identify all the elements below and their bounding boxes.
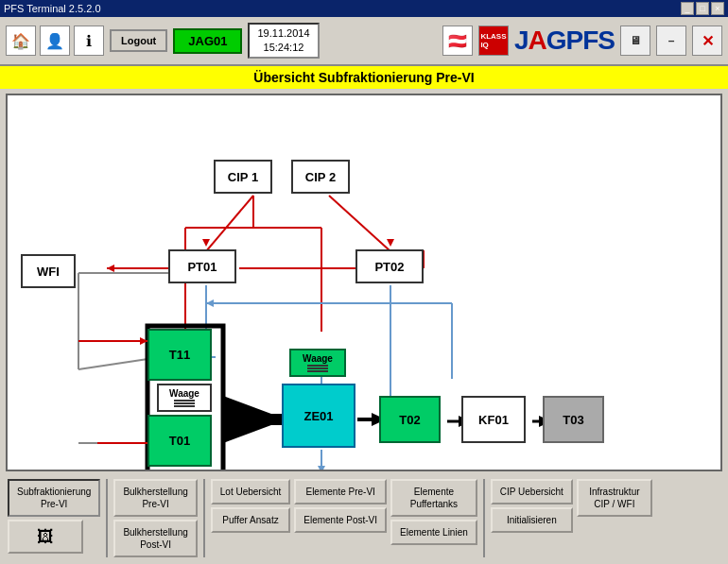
- t03-box[interactable]: T03: [543, 396, 604, 443]
- waage2-label: Waage: [303, 353, 333, 364]
- close-button[interactable]: ×: [711, 2, 724, 15]
- info-icon[interactable]: ℹ: [74, 26, 104, 56]
- date-display: 19.11.2014: [257, 26, 309, 41]
- ze01-box[interactable]: ZE01: [282, 384, 355, 448]
- initialisieren-button[interactable]: Initialisieren: [491, 507, 573, 533]
- logout-button[interactable]: Logout: [110, 29, 167, 52]
- minimize-button[interactable]: _: [681, 2, 694, 15]
- nav-image-icon: 🖼: [37, 527, 54, 547]
- home-icon[interactable]: 🏠: [6, 26, 36, 56]
- elemente-post-vi-button[interactable]: Elemente Post-VI: [294, 507, 387, 533]
- svg-marker-33: [107, 265, 114, 272]
- cip1-box[interactable]: CIP 1: [214, 160, 272, 194]
- puffer-ansatz-button[interactable]: Puffer Ansatz: [211, 507, 290, 533]
- elemente-linien-button[interactable]: Elemente Linien: [390, 520, 477, 545]
- elemente-pre-vi-button[interactable]: Elemente Pre-VI: [294, 479, 387, 504]
- lot-uebersicht-button[interactable]: Lot Uebersicht: [211, 479, 290, 504]
- t11-box[interactable]: T11: [147, 329, 212, 381]
- infrastruktur-cip-wfi-button[interactable]: Infrastruktur CIP / WFI: [577, 479, 652, 517]
- header-bar: 🏠 👤 ℹ Logout JAG01 19.11.2014 15:24:12 🇦…: [0, 17, 728, 66]
- datetime-box: 19.11.2014 15:24:12: [248, 23, 319, 60]
- bulkherstellung-pre-vi-button[interactable]: Bulkherstellung Pre-VI: [113, 479, 197, 517]
- nav-col-2: Bulkherstellung Pre-VI Bulkherstellung P…: [113, 479, 197, 557]
- settings-icon[interactable]: –: [656, 26, 686, 56]
- separator-3: [483, 479, 485, 557]
- wfi-box[interactable]: WFI: [21, 254, 76, 288]
- user-icon[interactable]: 👤: [40, 26, 70, 56]
- time-display: 15:24:12: [257, 41, 309, 55]
- waage2-box[interactable]: Waage: [289, 349, 346, 377]
- pt02-box[interactable]: PT02: [355, 249, 424, 283]
- page-title: Übersicht Subfraktionierung Pre-VI: [0, 66, 728, 90]
- svg-marker-31: [206, 299, 214, 307]
- exit-icon[interactable]: ✕: [692, 26, 722, 56]
- brand-icon: KLASSIQ: [478, 26, 509, 56]
- diagram-area: CIP 1 CIP 2 WFI PT01 PT02 T11 T01 Waage …: [6, 94, 722, 471]
- pt14-box[interactable]: PT14: [289, 470, 357, 471]
- monitor-icon[interactable]: 🖥: [620, 26, 650, 56]
- nav-col-4: Elemente Pre-VI Elemente Post-VI: [294, 479, 387, 533]
- nav-col-3: Lot Uebersicht Puffer Ansatz: [211, 479, 290, 533]
- window-controls[interactable]: _ □ ×: [681, 2, 724, 15]
- svg-marker-18: [223, 396, 286, 443]
- t02-box[interactable]: T02: [379, 396, 441, 443]
- bulkherstellung-post-vi-button[interactable]: Bulkherstellung Post-VI: [113, 520, 197, 557]
- logos: 🇦🇹 KLASSIQ JAGPFS 🖥 – ✕: [442, 26, 722, 56]
- separator-2: [203, 479, 205, 557]
- nav-col-6: CIP Uebersicht Initialisieren: [491, 479, 573, 533]
- station-badge: JAG01: [173, 28, 242, 54]
- svg-marker-15: [202, 239, 210, 247]
- svg-marker-27: [318, 466, 325, 470]
- kf01-box[interactable]: KF01: [461, 396, 526, 443]
- nav-col-5: Elemente Puffertanks Elemente Linien: [390, 479, 477, 545]
- waage1-label: Waage: [169, 388, 199, 399]
- title-bar: PFS Terminal 2.5.2.0 _ □ ×: [0, 0, 728, 17]
- bottom-nav: Subfraktionierung Pre-VI 🖼 Bulkherstellu…: [6, 475, 722, 561]
- waage2-lines: [307, 365, 328, 372]
- waage1-box[interactable]: Waage: [157, 384, 212, 412]
- nav-col-1: Subfraktionierung Pre-VI 🖼: [8, 479, 100, 554]
- pt01-box[interactable]: PT01: [168, 249, 236, 283]
- svg-line-0: [206, 196, 253, 251]
- jag-logo: JAGPFS: [514, 26, 615, 56]
- elemente-puffertanks-button[interactable]: Elemente Puffertanks: [390, 479, 477, 517]
- svg-marker-39: [140, 337, 147, 345]
- svg-marker-16: [387, 239, 394, 247]
- maximize-button[interactable]: □: [696, 2, 709, 15]
- nav-col-7: Infrastruktur CIP / WFI: [577, 479, 652, 517]
- navigation-icon-button[interactable]: 🖼: [8, 520, 83, 554]
- svg-line-9: [78, 358, 154, 369]
- t01-box[interactable]: T01: [147, 415, 212, 467]
- separator-1: [106, 479, 108, 557]
- svg-line-1: [329, 196, 390, 251]
- flag-icon: 🇦🇹: [442, 26, 473, 56]
- waage1-lines: [174, 400, 195, 407]
- subfraktionierung-pre-vi-button[interactable]: Subfraktionierung Pre-VI: [8, 479, 100, 517]
- cip2-box[interactable]: CIP 2: [291, 160, 350, 194]
- cip-uebersicht-button[interactable]: CIP Uebersicht: [491, 479, 573, 504]
- header-icons: 🏠 👤 ℹ: [6, 26, 104, 56]
- app-title: PFS Terminal 2.5.2.0: [4, 3, 681, 14]
